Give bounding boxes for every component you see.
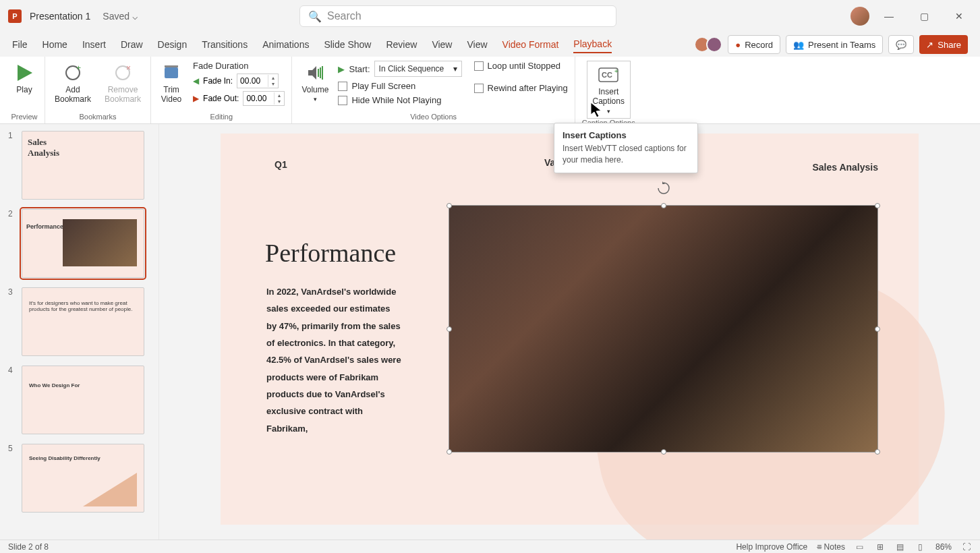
fade-in-input[interactable]: 00.00▴▾ xyxy=(237,74,279,88)
video-object[interactable] xyxy=(449,205,878,453)
group-editing: Trim Video Fade Duration ◀ Fade In: 00.0… xyxy=(151,57,292,123)
hide-not-playing-checkbox[interactable]: Hide While Not Playing xyxy=(338,95,461,105)
comment-icon: 💬 xyxy=(896,40,906,50)
resize-handle[interactable] xyxy=(875,203,880,208)
saved-label: Saved xyxy=(103,11,129,22)
slide-thumbnail[interactable]: It's for designers who want to make grea… xyxy=(22,287,144,356)
checkbox-icon xyxy=(338,82,347,91)
coauthor-avatar[interactable] xyxy=(706,36,722,53)
play-full-screen-checkbox[interactable]: Play Full Screen xyxy=(338,81,461,91)
normal-view-icon[interactable]: ▭ xyxy=(855,542,865,552)
share-label: Share xyxy=(938,40,961,50)
bookmark-remove-icon: × xyxy=(112,62,134,84)
tab-insert[interactable]: Insert xyxy=(82,36,106,53)
slide-sa-label: Sales Analysis xyxy=(812,162,878,173)
spinner-up-icon[interactable]: ▴ xyxy=(268,75,277,81)
slide-canvas[interactable]: Q1 VanArs Sales Analysis Performance In … xyxy=(159,124,980,540)
coauthors[interactable] xyxy=(698,36,722,53)
resize-handle[interactable] xyxy=(875,449,880,455)
slide-thumbnail[interactable]: Sales Analysis xyxy=(22,131,144,200)
spinner-up-icon[interactable]: ▴ xyxy=(274,92,283,98)
resize-handle[interactable] xyxy=(661,203,666,208)
slide-thumbnail[interactable]: Who We Design For xyxy=(22,366,144,434)
svg-text:CC: CC xyxy=(602,71,612,79)
tab-file[interactable]: File xyxy=(12,36,28,53)
share-icon: ↗ xyxy=(926,40,933,50)
play-button[interactable]: Play xyxy=(11,61,38,96)
tab-review[interactable]: Review xyxy=(386,36,417,53)
resize-handle[interactable] xyxy=(661,449,666,455)
slide-thumbnail[interactable]: Seeing Disability Differently xyxy=(22,444,144,513)
svg-rect-5 xyxy=(165,67,178,78)
rewind-label: Rewind after Playing xyxy=(488,83,568,93)
zoom-level[interactable]: 86% xyxy=(935,542,952,552)
slide-thumbnail[interactable]: Performance xyxy=(22,209,144,278)
close-button[interactable]: ✕ xyxy=(944,5,975,27)
rotate-handle[interactable] xyxy=(657,181,670,195)
thumb-number: 5 xyxy=(8,444,16,513)
group-preview: Play Preview xyxy=(4,57,45,123)
add-bookmark-button[interactable]: + Add Bookmark xyxy=(52,61,94,106)
cc-icon: CC+ xyxy=(598,64,619,86)
chevron-down-icon: ▾ xyxy=(607,108,610,115)
resize-handle[interactable] xyxy=(446,326,452,332)
title-bar: P Presentation 1 Saved ⌵ 🔍 Search — ▢ ✕ xyxy=(0,0,980,32)
fade-out-icon: ▶ xyxy=(193,94,199,103)
user-avatar[interactable] xyxy=(851,7,869,26)
tab-transitions[interactable]: Transitions xyxy=(202,36,248,53)
tab-home[interactable]: Home xyxy=(42,36,67,53)
share-button[interactable]: ↗Share xyxy=(919,35,968,54)
tab-draw[interactable]: Draw xyxy=(121,36,143,53)
tab-slideshow[interactable]: Slide Show xyxy=(324,36,371,53)
slide-counter[interactable]: Slide 2 of 8 xyxy=(8,542,49,552)
main-area: 1Sales Analysis 2Performance 3It's for d… xyxy=(0,124,980,540)
resize-handle[interactable] xyxy=(875,326,880,332)
spinner-down-icon[interactable]: ▾ xyxy=(268,81,277,87)
play-full-label: Play Full Screen xyxy=(351,81,415,91)
maximize-button[interactable]: ▢ xyxy=(909,5,940,27)
fade-out-input[interactable]: 00.00▴▾ xyxy=(243,91,285,106)
volume-label: Volume xyxy=(301,85,328,94)
slideshow-view-icon[interactable]: ▯ xyxy=(915,542,926,552)
comments-button[interactable]: 💬 xyxy=(888,35,914,54)
chevron-down-icon: ▾ xyxy=(453,64,457,74)
tab-view[interactable]: View xyxy=(432,36,452,53)
loop-checkbox[interactable]: Loop until Stopped xyxy=(474,61,568,71)
group-label: Video Options xyxy=(410,113,457,122)
volume-button[interactable]: Volume ▾ xyxy=(299,61,331,105)
resize-handle[interactable] xyxy=(446,449,452,455)
ribbon: Play Preview + Add Bookmark × Remove Boo… xyxy=(0,57,980,124)
fade-in-icon: ◀ xyxy=(193,76,199,86)
search-input[interactable]: 🔍 Search xyxy=(299,5,616,27)
tab-view2[interactable]: View xyxy=(467,36,487,53)
group-video-options: Volume ▾ ▶ Start: In Click Sequence▾ Pla… xyxy=(292,57,575,123)
resize-handle[interactable] xyxy=(446,203,452,208)
insert-captions-button[interactable]: CC+ Insert Captions▾ xyxy=(587,61,631,119)
notes-toggle[interactable]: ≡ Notes xyxy=(817,542,845,552)
slide-thumbnails[interactable]: 1Sales Analysis 2Performance 3It's for d… xyxy=(0,124,159,540)
fit-to-window-icon[interactable]: ⛶ xyxy=(961,542,972,552)
svg-text:×: × xyxy=(126,64,131,73)
help-improve-link[interactable]: Help Improve Office xyxy=(736,542,807,552)
minimize-button[interactable]: — xyxy=(873,5,904,27)
insert-captions-tooltip: Insert Captions Insert WebVTT closed cap… xyxy=(554,123,698,173)
tab-video-format[interactable]: Video Format xyxy=(502,36,559,53)
start-dropdown[interactable]: In Click Sequence▾ xyxy=(374,61,462,77)
ribbon-tabs: File Home Insert Draw Design Transitions… xyxy=(0,32,980,57)
rewind-checkbox[interactable]: Rewind after Playing xyxy=(474,83,568,93)
checkbox-icon xyxy=(338,96,347,105)
document-title[interactable]: Presentation 1 xyxy=(30,11,90,22)
autosave-status[interactable]: Saved ⌵ xyxy=(103,11,138,22)
sorter-view-icon[interactable]: ⊞ xyxy=(875,542,886,552)
spinner-down-icon[interactable]: ▾ xyxy=(274,98,283,105)
record-button[interactable]: ●Record xyxy=(728,35,780,54)
tab-playback[interactable]: Playback xyxy=(573,36,612,53)
play-icon xyxy=(13,62,35,84)
tab-animations[interactable]: Animations xyxy=(262,36,309,53)
present-teams-button[interactable]: 👥Present in Teams xyxy=(786,35,883,54)
tab-design[interactable]: Design xyxy=(158,36,188,53)
hide-label: Hide While Not Playing xyxy=(351,95,441,105)
trim-video-button[interactable]: Trim Video xyxy=(158,61,185,106)
reading-view-icon[interactable]: ▤ xyxy=(895,542,906,552)
group-caption-options: CC+ Insert Captions▾ Caption Options xyxy=(575,57,642,123)
